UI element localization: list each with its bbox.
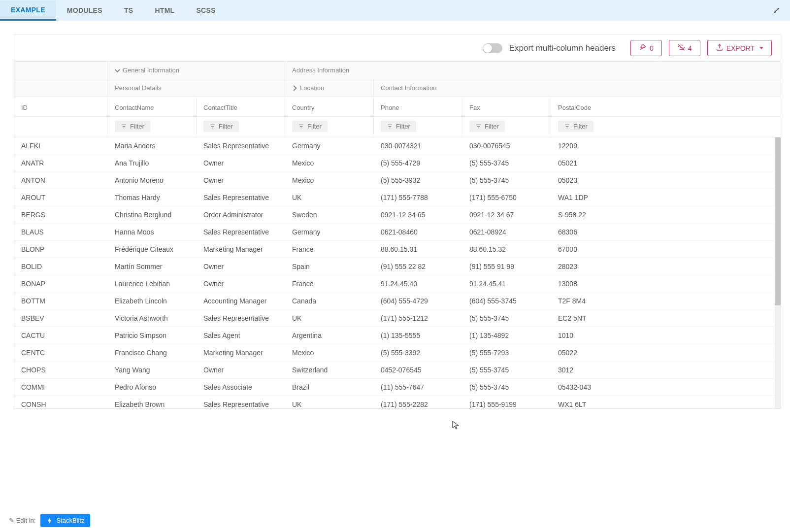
cell: Victoria Ashworth — [108, 310, 197, 327]
filter-icon — [121, 123, 127, 130]
cell: (5) 555-3745 — [462, 362, 551, 378]
cell: Marketing Manager — [197, 241, 285, 258]
table-row[interactable]: ALFKIMaria AndersSales RepresentativeGer… — [14, 137, 781, 155]
cell: 1010 — [551, 327, 645, 344]
filter-row: Filter Filter Filter Filter — [14, 117, 781, 137]
filter-chip-contacttitle[interactable]: Filter — [203, 121, 239, 132]
filter-chip-country[interactable]: Filter — [292, 121, 328, 132]
tab-scss[interactable]: SCSS — [185, 1, 226, 20]
filter-cell-id — [14, 117, 108, 137]
cell: Germany — [285, 224, 374, 240]
table-row[interactable]: CHOPSYang WangOwnerSwitzerland0452-07654… — [14, 362, 781, 379]
expand-icon[interactable]: ⤢ — [769, 3, 784, 18]
cell: (171) 555-9199 — [462, 396, 551, 408]
export-headers-switch[interactable] — [483, 43, 502, 53]
filter-icon — [209, 123, 216, 130]
group-header-address[interactable]: Address Information — [285, 62, 781, 79]
table-row[interactable]: BLONPFrédérique CiteauxMarketing Manager… — [14, 241, 781, 258]
cell: (5) 555-3745 — [462, 155, 551, 171]
cell: ALFKI — [14, 137, 108, 154]
table-row[interactable]: ANTONAntonio MorenoOwnerMexico(5) 555-39… — [14, 172, 781, 189]
table-row[interactable]: CONSHElizabeth BrownSales Representative… — [14, 396, 781, 408]
cell: Spain — [285, 258, 374, 275]
table-row[interactable]: BONAPLaurence LebihanOwnerFrance91.24.45… — [14, 275, 781, 293]
cell: Owner — [197, 275, 285, 292]
cell: 0621-08460 — [374, 224, 462, 240]
cell: 88.60.15.31 — [374, 241, 462, 258]
grid-body[interactable]: ALFKIMaria AndersSales RepresentativeGer… — [14, 137, 781, 408]
col-header-postalcode[interactable]: PostalCode — [551, 97, 645, 116]
stackblitz-button[interactable]: StackBlitz — [40, 514, 90, 527]
filter-chip-phone[interactable]: Filter — [381, 121, 416, 132]
table-row[interactable]: CENTCFrancisco ChangMarketing ManagerMex… — [14, 344, 781, 362]
grid-toolbar: Export multi-column headers 0 4 EXPORT — [14, 34, 781, 61]
group-header-general[interactable]: General Information — [108, 62, 285, 79]
cell: 68306 — [551, 224, 645, 240]
filter-icon — [475, 123, 482, 130]
group-header-personal[interactable]: Personal Details — [108, 79, 285, 97]
cell: Sales Representative — [197, 396, 285, 408]
filter-cell-postalcode: Filter — [551, 117, 645, 137]
cell: Mexico — [285, 172, 374, 189]
cell: Owner — [197, 362, 285, 378]
cell: UK — [285, 396, 374, 408]
col-header-contactname[interactable]: ContactName — [108, 97, 197, 116]
scrollbar-thumb[interactable] — [775, 137, 781, 305]
tab-modules[interactable]: MODULES — [56, 1, 113, 20]
cell: 05432-043 — [551, 379, 645, 396]
col-header-country[interactable]: Country — [285, 97, 374, 116]
cell: Brazil — [285, 379, 374, 396]
tab-example[interactable]: EXAMPLE — [0, 0, 56, 21]
cell: Sales Representative — [197, 310, 285, 327]
filter-chip-fax[interactable]: Filter — [469, 121, 505, 132]
data-grid: General Information Address Information … — [14, 61, 781, 409]
chevron-down-icon — [115, 66, 120, 72]
cell: Canada — [285, 293, 374, 309]
cell: (171) 555-1212 — [374, 310, 462, 327]
col-header-fax[interactable]: Fax — [462, 97, 551, 116]
col-header-contacttitle[interactable]: ContactTitle — [197, 97, 285, 116]
cell: Sales Associate — [197, 379, 285, 396]
tab-ts[interactable]: TS — [113, 1, 144, 20]
table-row[interactable]: BERGSChristina BerglundOrder Administrat… — [14, 206, 781, 224]
eye-off-icon — [677, 43, 685, 53]
group-header-location[interactable]: Location — [285, 79, 374, 97]
filter-label: Filter — [485, 123, 499, 130]
col-header-phone[interactable]: Phone — [374, 97, 462, 116]
cell: (5) 555-3392 — [374, 344, 462, 361]
table-row[interactable]: BSBEVVictoria AshworthSales Representati… — [14, 310, 781, 327]
vertical-scrollbar[interactable] — [775, 137, 781, 408]
hidden-columns-button[interactable]: 4 — [669, 40, 700, 56]
cell: T2F 8M4 — [551, 293, 645, 309]
group-header-personal-label: Personal Details — [115, 84, 162, 92]
export-label: EXPORT — [726, 44, 755, 52]
export-headers-label: Export multi-column headers — [509, 43, 616, 53]
col-header-id[interactable]: ID — [14, 97, 108, 116]
cell: 05022 — [551, 344, 645, 361]
table-row[interactable]: CACTUPatricio SimpsonSales AgentArgentin… — [14, 327, 781, 344]
filter-cell-contacttitle: Filter — [197, 117, 285, 137]
cell: Owner — [197, 172, 285, 189]
group-header-blank2 — [14, 79, 108, 97]
filter-chip-postalcode[interactable]: Filter — [558, 121, 593, 132]
cell: (604) 555-4729 — [374, 293, 462, 309]
table-row[interactable]: COMMIPedro AfonsoSales AssociateBrazil(1… — [14, 379, 781, 396]
cell: 12209 — [551, 137, 645, 154]
cell: Hanna Moos — [108, 224, 197, 240]
cell: BONAP — [14, 275, 108, 292]
filter-cell-phone: Filter — [374, 117, 462, 137]
cell: Yang Wang — [108, 362, 197, 378]
table-row[interactable]: BOTTMElizabeth LincolnAccounting Manager… — [14, 293, 781, 310]
tab-html[interactable]: HTML — [144, 1, 185, 20]
filter-label: Filter — [307, 123, 322, 130]
table-row[interactable]: BLAUSHanna MoosSales RepresentativeGerma… — [14, 224, 781, 241]
table-row[interactable]: AROUTThomas HardySales RepresentativeUK(… — [14, 189, 781, 206]
filter-chip-contactname[interactable]: Filter — [115, 121, 150, 132]
export-button[interactable]: EXPORT — [707, 40, 772, 56]
cell: (5) 555-3932 — [374, 172, 462, 189]
table-row[interactable]: ANATRAna TrujilloOwnerMexico(5) 555-4729… — [14, 155, 781, 172]
pinned-columns-button[interactable]: 0 — [630, 40, 662, 56]
table-row[interactable]: BOLIDMartín SommerOwnerSpain(91) 555 22 … — [14, 258, 781, 275]
group-header-contact[interactable]: Contact Information — [374, 79, 781, 97]
cell: 67000 — [551, 241, 645, 258]
